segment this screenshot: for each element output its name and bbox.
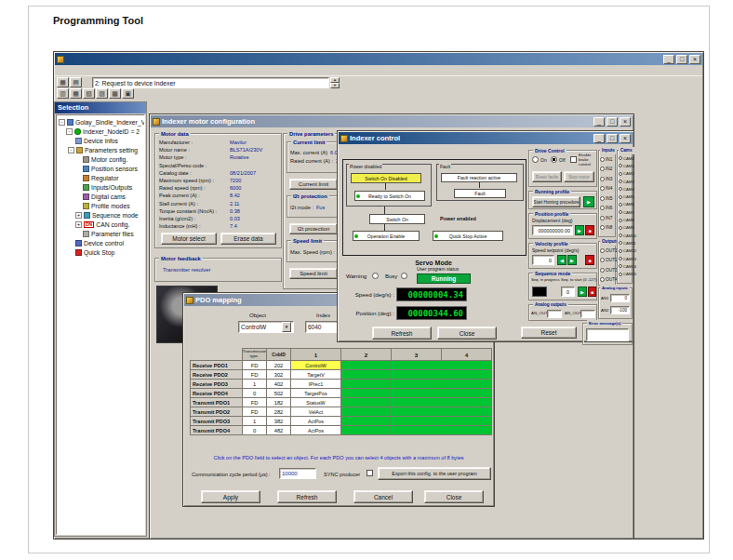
refresh-button[interactable]: Refresh (372, 327, 432, 340)
position-label: Position (deg) : (340, 310, 394, 316)
seq-to-start-field[interactable]: 0 (561, 287, 575, 297)
analog-outputs-group: Analog outputs AN_OUT1 AN_OUT2 (528, 304, 597, 321)
brake-control-checkbox[interactable] (570, 156, 577, 163)
output-row[interactable]: OUT3 (599, 265, 615, 275)
pdo-empty-cell[interactable] (391, 425, 442, 435)
close-button[interactable]: × (620, 134, 631, 143)
start-homing-button[interactable]: Start Homing procedure (532, 196, 580, 207)
menu-item[interactable] (64, 65, 73, 75)
minimize-button[interactable]: _ (663, 55, 674, 64)
switch-on-disabled-state: Switch On Disabled (351, 173, 421, 183)
stop-motor-button[interactable]: Stop motor (564, 171, 594, 182)
motor-data-row: Motor type : Rotative (159, 153, 279, 161)
expander-icon[interactable]: - (59, 119, 65, 126)
expander-icon[interactable]: - (66, 128, 73, 135)
program-icon[interactable]: ▨ (96, 88, 108, 99)
request-combo[interactable]: 2: Request to device Indexer (92, 77, 329, 88)
output-row[interactable]: OUT4 (599, 275, 615, 286)
config-icon[interactable]: ▣ (122, 88, 134, 99)
jog-forward-icon[interactable]: ▶ (567, 255, 577, 265)
tree-item-profile-modes[interactable]: Profile modes (57, 201, 144, 210)
tree-item-can-config[interactable]: + DN CAN config. (57, 220, 144, 229)
window-icon (186, 297, 193, 304)
tree-item-node[interactable]: - Indexer_NodeID = 2 (57, 127, 144, 136)
tree-item-parameters-setting[interactable]: - Parameters setting (57, 145, 144, 154)
output-row[interactable]: OUT2 (599, 256, 615, 266)
grid-icon[interactable]: ▦ (70, 88, 82, 99)
sheet-icon[interactable]: ▤ (70, 77, 82, 87)
close-button[interactable]: Close (424, 490, 484, 503)
menu-item[interactable] (92, 65, 101, 75)
tree-item-sequence-mode[interactable]: + Sequence mode (57, 210, 144, 220)
reset-button[interactable]: Reset (521, 327, 577, 339)
tree-item-device-infos[interactable]: Device infos (57, 136, 144, 145)
tree-item-motor-config[interactable]: Motor config. (57, 154, 144, 164)
expander-icon[interactable]: + (75, 221, 82, 228)
homing-start-icon[interactable]: ▶ (583, 196, 594, 207)
tree-item-regulator[interactable]: Regulator (57, 173, 144, 182)
pdo-empty-cell[interactable] (340, 425, 392, 435)
device-icon[interactable]: ▥ (57, 88, 69, 99)
index-field[interactable]: 6040 (305, 321, 340, 333)
tree-item-project[interactable]: - Golay_Sindle_Indexer_V1_0 (57, 117, 144, 127)
speed-limit-button[interactable]: Speed limit (289, 268, 338, 279)
maximize-button[interactable]: □ (676, 55, 687, 64)
motor-select-button[interactable]: Motor select (161, 233, 217, 245)
menu-item[interactable] (73, 65, 83, 75)
cancel-button[interactable]: Cancel (353, 490, 413, 503)
export-config-button[interactable]: Export this config. to the user program (378, 467, 491, 480)
position-stop-icon[interactable]: ■ (585, 225, 594, 235)
displacement-field[interactable]: 000000000.00 (532, 225, 573, 235)
tree-item-label: Digital cams (91, 193, 126, 200)
reset-faults-button[interactable]: Reset faults (532, 171, 562, 182)
expander-icon[interactable]: - (68, 147, 74, 153)
speed-setpoint-field[interactable]: 0 (532, 255, 554, 265)
an-out2-field[interactable] (580, 310, 595, 318)
chart-icon[interactable]: ▦ (57, 77, 69, 87)
an-out1-field[interactable] (547, 310, 562, 318)
drive-off-radio[interactable] (551, 156, 557, 163)
tree-item-inputs-outputs[interactable]: Inputs/Outputs (57, 182, 144, 192)
menu-item[interactable] (101, 65, 111, 75)
pdo-transmission-type-cell[interactable]: 0 (242, 425, 267, 435)
i2t-protection-button[interactable]: I2t protection (289, 223, 338, 234)
tree-item-digital-cams[interactable]: Digital cams (57, 192, 144, 201)
velocity-stop-icon[interactable]: ■ (585, 255, 594, 265)
erase-data-button[interactable]: Erase data (220, 233, 276, 245)
menu-item[interactable] (83, 65, 92, 75)
output-row[interactable]: OUT1 (599, 246, 615, 256)
position-start-icon[interactable]: ▶ (575, 225, 584, 235)
minimize-button[interactable]: _ (593, 134, 605, 143)
drive-on-radio[interactable] (532, 156, 539, 163)
close-button[interactable]: × (620, 117, 631, 127)
sequence-stop-icon[interactable]: ■ (588, 287, 596, 297)
pdo-empty-cell[interactable] (441, 425, 492, 435)
apply-button[interactable]: Apply (201, 490, 260, 503)
tree-item-position-sensors[interactable]: Position sensors (57, 164, 144, 173)
object-dropdown[interactable]: ControlW ▼ (238, 321, 294, 333)
refresh-button[interactable]: Refresh (277, 490, 337, 503)
close-button[interactable]: Close (437, 327, 497, 340)
maximize-button[interactable]: □ (606, 134, 618, 143)
pdo-cobid-cell[interactable]: 482 (266, 425, 291, 435)
tree-item-quick-stop[interactable]: Quick Stop (57, 247, 144, 257)
pdo-object-cell[interactable]: ActPos (290, 425, 341, 435)
chevron-down-icon[interactable]: ▼ (282, 322, 291, 332)
motor-data-row: Stall current (A) : 2.11 (159, 200, 279, 207)
sync-producer-checkbox[interactable] (366, 470, 373, 476)
cycle-period-field[interactable]: 10000 (279, 468, 316, 479)
monitor-icon[interactable]: ▩ (109, 88, 121, 99)
cards-icon[interactable]: ▧ (83, 88, 95, 99)
tree-item-parameter-files[interactable]: Parameter files (57, 229, 144, 238)
expander-icon[interactable]: + (75, 212, 82, 219)
tree-item-device-control[interactable]: Device control (57, 238, 144, 247)
minimize-button[interactable]: _ (593, 117, 605, 127)
menu-item[interactable] (120, 65, 129, 75)
close-button[interactable]: × (689, 55, 700, 64)
maximize-button[interactable]: □ (606, 117, 618, 127)
current-limit-button[interactable]: Current limit (289, 179, 338, 190)
sequence-start-icon[interactable]: ▶ (578, 287, 587, 297)
jog-reverse-icon[interactable]: ◀ (557, 255, 566, 265)
menu-item[interactable] (111, 65, 120, 75)
menu-item[interactable] (55, 65, 64, 75)
